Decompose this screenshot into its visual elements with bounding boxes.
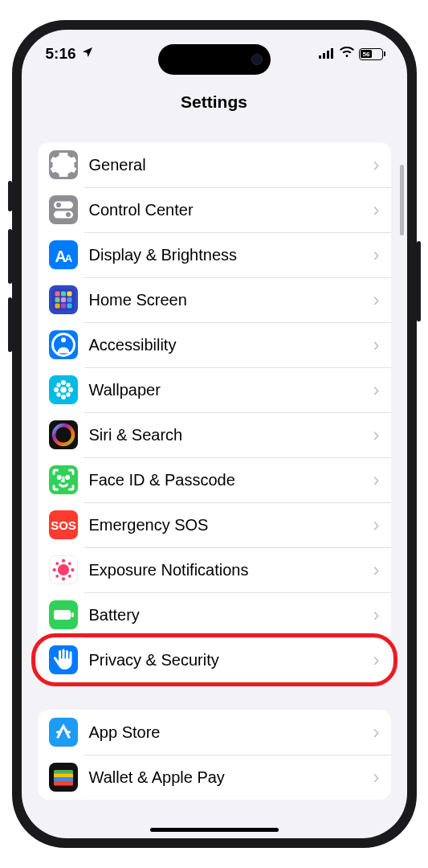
- chevron-right-icon: ›: [373, 604, 380, 626]
- svg-point-39: [71, 568, 74, 571]
- svg-point-21: [61, 338, 66, 342]
- battery-icon: 56: [359, 48, 383, 60]
- switches-icon: [49, 195, 78, 224]
- settings-section: App Store›Wallet & Apple Pay›: [38, 710, 391, 800]
- settings-item-label: Face ID & Passcode: [89, 471, 373, 489]
- home-indicator[interactable]: [150, 828, 279, 832]
- svg-point-41: [67, 562, 71, 565]
- svg-point-27: [56, 383, 60, 387]
- svg-rect-19: [67, 304, 71, 309]
- settings-item-face-id[interactable]: Face ID & Passcode›: [38, 457, 391, 502]
- chevron-right-icon: ›: [373, 199, 380, 221]
- svg-rect-18: [61, 304, 66, 309]
- chevron-right-icon: ›: [373, 244, 380, 266]
- settings-item-label: Control Center: [89, 201, 373, 219]
- svg-rect-14: [55, 297, 59, 302]
- camera-dot: [251, 54, 263, 65]
- flower-icon: [49, 375, 78, 404]
- battery-icon: [49, 600, 78, 629]
- svg-text:SOS: SOS: [51, 518, 76, 532]
- svg-point-37: [61, 577, 64, 580]
- svg-rect-44: [54, 610, 71, 620]
- svg-rect-0: [319, 55, 321, 59]
- svg-point-32: [58, 477, 60, 479]
- settings-item-label: App Store: [89, 723, 373, 742]
- settings-item-label: Wallet & Apple Pay: [89, 768, 373, 787]
- settings-item-battery[interactable]: Battery›: [38, 592, 391, 637]
- settings-item-wallet[interactable]: Wallet & Apple Pay›: [38, 755, 391, 800]
- page-title: Settings: [22, 92, 407, 112]
- wifi-icon: [339, 45, 355, 63]
- wallet-icon: [49, 763, 78, 792]
- svg-rect-45: [71, 612, 73, 617]
- svg-point-23: [61, 380, 66, 385]
- settings-section: General›Control Center›AADisplay & Brigh…: [38, 142, 391, 682]
- chevron-right-icon: ›: [373, 721, 380, 743]
- settings-item-label: Accessibility: [89, 336, 373, 354]
- settings-item-privacy-security[interactable]: Privacy & Security›: [38, 637, 391, 682]
- svg-rect-13: [67, 292, 71, 297]
- face-icon: [49, 465, 78, 494]
- aa-icon: AA: [49, 240, 78, 269]
- svg-text:A: A: [64, 252, 72, 264]
- chevron-right-icon: ›: [373, 469, 380, 491]
- settings-item-control-center[interactable]: Control Center›: [38, 187, 391, 232]
- volume-up-button: [8, 229, 12, 284]
- apps-grid-icon: [49, 285, 78, 314]
- svg-point-24: [61, 395, 66, 399]
- svg-point-26: [68, 387, 73, 392]
- svg-point-7: [66, 212, 71, 217]
- scroll-indicator[interactable]: [400, 165, 404, 235]
- svg-point-25: [54, 387, 59, 392]
- cellular-icon: [319, 45, 335, 63]
- svg-point-29: [56, 392, 60, 396]
- svg-rect-49: [54, 781, 73, 786]
- svg-rect-16: [67, 297, 71, 302]
- settings-item-accessibility[interactable]: Accessibility›: [38, 322, 391, 367]
- status-time: 5:16: [46, 45, 76, 63]
- phone-frame: 5:16 56 Settings General: [12, 20, 417, 848]
- settings-item-label: Emergency SOS: [89, 516, 373, 534]
- settings-item-label: Wallpaper: [89, 381, 373, 399]
- svg-rect-12: [61, 292, 66, 297]
- svg-point-22: [60, 387, 67, 393]
- chevron-right-icon: ›: [373, 559, 380, 581]
- svg-point-6: [56, 203, 61, 207]
- sos-icon: SOS: [49, 510, 78, 539]
- settings-item-general[interactable]: General›: [38, 142, 391, 187]
- hand-icon: [49, 645, 78, 674]
- chevron-right-icon: ›: [373, 649, 380, 671]
- settings-item-label: General: [89, 156, 373, 174]
- chevron-right-icon: ›: [373, 289, 380, 311]
- siri-icon: [49, 420, 78, 449]
- chevron-right-icon: ›: [373, 424, 380, 446]
- settings-item-wallpaper[interactable]: Wallpaper›: [38, 367, 391, 412]
- chevron-right-icon: ›: [373, 766, 380, 788]
- svg-rect-3: [331, 48, 333, 59]
- settings-item-label: Siri & Search: [89, 426, 373, 444]
- settings-item-app-store[interactable]: App Store›: [38, 710, 391, 755]
- settings-item-siri-search[interactable]: Siri & Search›: [38, 412, 391, 457]
- svg-point-31: [54, 425, 73, 444]
- settings-item-display-brightness[interactable]: AADisplay & Brightness›: [38, 232, 391, 277]
- chevron-right-icon: ›: [373, 514, 380, 536]
- chevron-right-icon: ›: [373, 379, 380, 401]
- svg-point-40: [55, 562, 59, 565]
- gear-icon: [49, 150, 78, 179]
- settings-item-label: Exposure Notifications: [89, 561, 373, 579]
- svg-rect-11: [55, 292, 59, 297]
- settings-item-emergency-sos[interactable]: SOSEmergency SOS›: [38, 502, 391, 547]
- svg-rect-17: [55, 304, 59, 309]
- settings-item-exposure[interactable]: Exposure Notifications›: [38, 547, 391, 592]
- svg-point-38: [52, 568, 55, 571]
- content[interactable]: General›Control Center›AADisplay & Brigh…: [22, 142, 407, 827]
- chevron-right-icon: ›: [373, 334, 380, 356]
- settings-item-home-screen[interactable]: Home Screen›: [38, 277, 391, 322]
- dynamic-island: [158, 44, 271, 75]
- screen: 5:16 56 Settings General: [22, 30, 407, 838]
- svg-point-43: [67, 575, 71, 578]
- appstore-icon: [49, 718, 78, 747]
- covid-icon: [49, 555, 78, 584]
- svg-rect-1: [323, 53, 325, 59]
- status-right: 56: [319, 45, 383, 63]
